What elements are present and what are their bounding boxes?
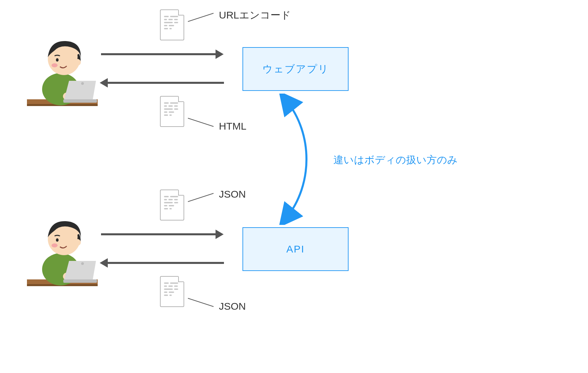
- svg-point-15: [56, 238, 59, 242]
- arrow-request-top: [101, 53, 216, 55]
- arrow-head-icon: [216, 49, 224, 59]
- svg-point-4: [74, 59, 81, 66]
- web-app-box: ウェブアプリ: [242, 47, 349, 91]
- svg-point-14: [74, 239, 81, 246]
- arrow-head-icon: [100, 78, 108, 88]
- label-url-encode: URLエンコード: [219, 8, 291, 22]
- curved-double-arrow: [266, 94, 327, 225]
- arrow-request-bottom: [101, 233, 216, 235]
- web-app-label: ウェブアプリ: [262, 62, 329, 76]
- arrow-response-bottom: [108, 262, 224, 264]
- svg-point-16: [52, 243, 58, 247]
- svg-point-19: [81, 262, 84, 265]
- connector-line: [188, 118, 214, 127]
- document-icon-response-top: [160, 96, 184, 127]
- arrow-head-icon: [216, 230, 224, 239]
- svg-rect-8: [63, 99, 97, 103]
- connector-line: [188, 298, 214, 307]
- document-icon-request-top: [160, 9, 184, 40]
- svg-point-6: [52, 63, 58, 67]
- arrow-head-icon: [100, 258, 108, 268]
- label-html: HTML: [219, 121, 247, 132]
- connector-line: [188, 13, 214, 22]
- document-icon-request-bottom: [160, 190, 184, 221]
- label-json-bottom: JSON: [219, 301, 246, 312]
- connector-line: [188, 193, 214, 202]
- document-icon-response-bottom: [160, 276, 184, 307]
- api-box: API: [242, 227, 349, 271]
- svg-point-9: [81, 82, 84, 85]
- user-illustration-top: [24, 30, 101, 118]
- api-label: API: [286, 243, 304, 255]
- user-illustration-bottom: [24, 210, 101, 298]
- arrow-response-top: [108, 82, 224, 84]
- label-json-top: JSON: [219, 189, 246, 200]
- svg-rect-18: [63, 279, 97, 283]
- label-difference-note: 違いはボディの扱い方のみ: [333, 153, 458, 167]
- svg-point-5: [56, 58, 59, 62]
